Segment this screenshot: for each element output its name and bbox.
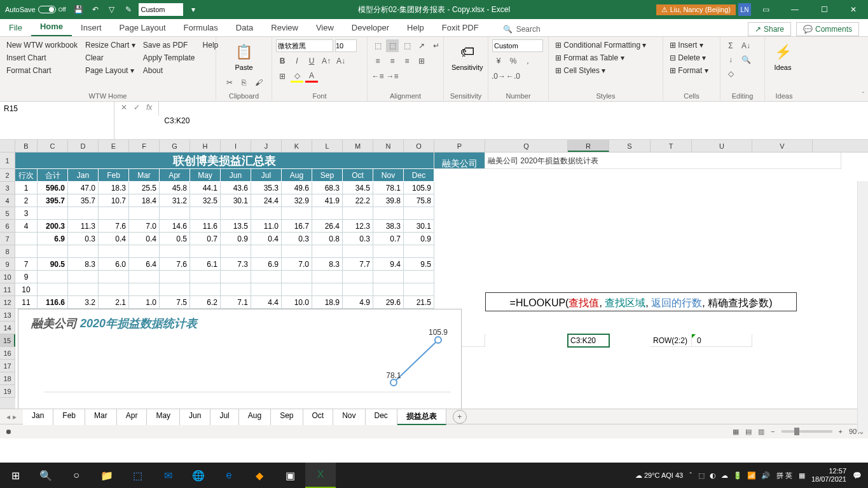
outlook-icon[interactable]: ✉ — [153, 463, 183, 488]
cell[interactable]: Feb — [99, 169, 129, 182]
cell[interactable]: 0.4 — [129, 233, 160, 245]
cell[interactable]: 44.1 — [190, 182, 221, 194]
zoom-out-icon[interactable]: − — [771, 428, 775, 435]
insert-cells-button[interactable]: ⊞ Insert ▾ — [667, 39, 711, 51]
save-as-pdf-button[interactable]: Save as PDF — [141, 39, 198, 51]
cell[interactable] — [282, 271, 312, 283]
cell[interactable]: 1 — [15, 182, 38, 194]
cell[interactable] — [38, 283, 68, 296]
borders-icon[interactable]: ⊞ — [276, 70, 289, 83]
cell[interactable] — [343, 271, 373, 283]
column-header[interactable]: U — [692, 140, 752, 152]
clear-icon[interactable]: ◇ — [724, 67, 737, 80]
cell[interactable]: 7.3 — [221, 258, 251, 271]
cell[interactable]: Jul — [251, 169, 282, 182]
cell[interactable]: 31.2 — [160, 194, 190, 207]
cortana-icon[interactable]: ○ — [61, 463, 92, 488]
user-avatar[interactable]: LN — [738, 3, 751, 16]
cell[interactable]: 30.1 — [404, 220, 434, 233]
cell[interactable]: Nov — [373, 169, 404, 182]
column-header[interactable]: B — [15, 140, 38, 152]
edge-icon[interactable]: e — [214, 463, 244, 488]
find-select-icon[interactable]: 🔍 — [740, 53, 752, 66]
tab-foxit[interactable]: Foxit PDF — [433, 19, 488, 36]
cell[interactable] — [129, 245, 160, 258]
cell[interactable] — [68, 207, 99, 220]
cell[interactable] — [404, 283, 434, 296]
cell[interactable]: 26.4 — [312, 220, 343, 233]
cell[interactable] — [312, 283, 343, 296]
column-header[interactable]: E — [99, 140, 129, 152]
cell[interactable]: 7.6 — [99, 220, 129, 233]
row-header[interactable]: 7 — [0, 233, 15, 245]
cell[interactable] — [343, 283, 373, 296]
align-middle-icon[interactable]: ⬚ — [386, 39, 399, 52]
cell[interactable]: 6.2 — [190, 296, 221, 309]
cell[interactable] — [404, 245, 434, 258]
cell[interactable]: 6.0 — [99, 258, 129, 271]
filter-icon[interactable]: ▽ — [106, 3, 118, 16]
cell[interactable]: 0.8 — [312, 233, 343, 245]
cell[interactable]: 18.4 — [129, 194, 160, 207]
cell[interactable]: 7.0 — [282, 258, 312, 271]
format-cells-button[interactable]: ⊞ Format ▾ — [667, 65, 711, 76]
column-header[interactable]: S — [609, 140, 651, 152]
column-header[interactable]: I — [221, 140, 251, 152]
cell[interactable]: 32.5 — [190, 194, 221, 207]
cell[interactable]: 18.3 — [99, 182, 129, 194]
cell[interactable]: 11 — [15, 296, 38, 309]
merge-icon[interactable]: ⊞ — [415, 55, 428, 67]
cell[interactable]: 8.3 — [68, 258, 99, 271]
sheet-tab[interactable]: Oct — [303, 409, 334, 425]
decrease-decimal-icon[interactable]: ←.0 — [507, 70, 520, 83]
cell[interactable]: 0.4 — [251, 233, 282, 245]
column-header[interactable]: Q — [485, 140, 568, 152]
about-button[interactable]: About — [141, 65, 198, 76]
font-color-icon[interactable]: A — [305, 70, 318, 83]
comma-icon[interactable]: , — [521, 55, 534, 67]
cell[interactable] — [190, 283, 221, 296]
cell[interactable]: 35.3 — [251, 182, 282, 194]
cell[interactable]: 78.1 — [373, 182, 404, 194]
tab-data[interactable]: Data — [227, 19, 262, 36]
fill-color-icon[interactable]: ◇ — [291, 70, 303, 83]
insert-chart-button[interactable]: Insert Chart — [4, 52, 80, 64]
tray-chevron-icon[interactable]: ˆ — [689, 471, 692, 479]
row-header[interactable]: 9 — [0, 258, 15, 271]
cell[interactable]: 25.5 — [129, 182, 160, 194]
cell[interactable] — [343, 245, 373, 258]
underline-button[interactable]: U — [305, 55, 318, 67]
cell[interactable] — [190, 271, 221, 283]
cell[interactable]: 90.5 — [38, 258, 68, 271]
cell[interactable] — [129, 271, 160, 283]
cell[interactable] — [15, 233, 38, 245]
column-header[interactable]: R — [568, 140, 609, 152]
page-layout-button[interactable]: Page Layout ▾ — [83, 65, 138, 76]
font-name-select[interactable] — [276, 39, 333, 52]
fill-icon[interactable]: ↓ — [724, 53, 737, 66]
tab-review[interactable]: Review — [262, 19, 307, 36]
ideas-button[interactable]: ⚡ Ideas — [769, 39, 797, 74]
cell[interactable] — [221, 283, 251, 296]
excel-taskbar-icon[interactable]: X — [305, 463, 336, 488]
sheet-tab[interactable]: Mar — [85, 409, 117, 425]
cell[interactable] — [282, 283, 312, 296]
new-wtw-workbook-button[interactable]: New WTW workbook — [4, 39, 80, 51]
cell[interactable]: 联创博美损益汇总表 — [15, 152, 434, 169]
cell[interactable] — [68, 245, 99, 258]
cell[interactable]: 39.8 — [373, 194, 404, 207]
cell[interactable]: 395.7 — [38, 194, 68, 207]
sort-filter-icon[interactable]: A↓ — [740, 39, 752, 52]
maximize-icon[interactable]: ☐ — [809, 0, 839, 19]
sheet-tab[interactable]: Nov — [333, 409, 365, 425]
align-bottom-icon[interactable]: ⬚ — [401, 39, 413, 52]
cell[interactable]: 6.4 — [129, 258, 160, 271]
spreadsheet-grid[interactable]: BCDEFGHIJKLMNOPQRSTUV 123456789101112131… — [0, 140, 868, 409]
cell[interactable] — [68, 283, 99, 296]
cell[interactable]: 9.4 — [373, 258, 404, 271]
align-left-icon[interactable]: ≡ — [371, 55, 384, 67]
tab-page-layout[interactable]: Page Layout — [111, 19, 175, 36]
cell[interactable]: 68.3 — [312, 182, 343, 194]
row-header[interactable]: 8 — [0, 245, 15, 258]
brush-icon[interactable]: ✎ — [122, 3, 135, 16]
